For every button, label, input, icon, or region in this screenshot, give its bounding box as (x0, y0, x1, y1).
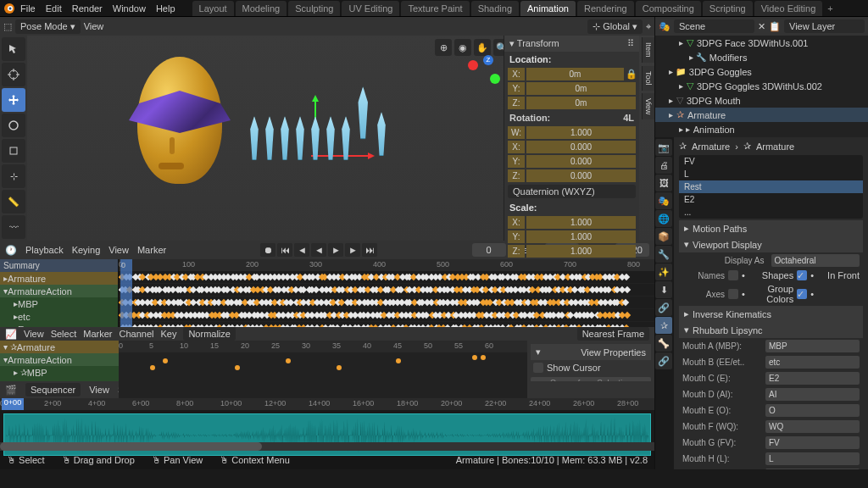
rhubarb-field[interactable]: L (765, 452, 860, 465)
transform-panel-header[interactable]: ▾ Transform⠿ (504, 36, 639, 52)
rhubarb-field[interactable]: E2 (765, 372, 860, 385)
outliner-row[interactable]: ▸ ✰ Armature (655, 108, 868, 122)
scale-tool[interactable] (2, 139, 25, 163)
transform-tool[interactable]: ⊹ (2, 164, 25, 188)
add-workspace-icon[interactable]: + (827, 3, 832, 14)
menu-window[interactable]: Window (108, 3, 151, 14)
shapes-checkbox[interactable]: ✓ (797, 270, 807, 280)
menu-help[interactable]: Help (151, 3, 181, 14)
scale-y-field[interactable]: 1.000 (526, 230, 636, 243)
tab-sculpting[interactable]: Sculpting (288, 1, 340, 16)
show-cursor-checkbox[interactable] (533, 363, 543, 373)
cursor-tool[interactable] (2, 63, 25, 86)
sequencer-area[interactable]: 0+002+004+006+008+0010+0012+0014+0016+00… (0, 398, 654, 451)
nav-gizmo[interactable]: Z (459, 40, 510, 91)
breakdown-tool[interactable]: 〰 (2, 215, 25, 239)
menu-file[interactable]: File (15, 3, 41, 14)
y-axis-icon[interactable] (490, 74, 500, 84)
ge-object-row[interactable]: ▾ ✰ Armature (0, 341, 119, 353)
list-item[interactable]: ... (679, 206, 863, 219)
rotation-mode-dropdown[interactable]: Quaternion (WXYZ) (508, 185, 636, 198)
x-axis-icon[interactable] (468, 60, 478, 70)
names-checkbox[interactable] (728, 270, 738, 280)
motion-paths-section[interactable]: ▸ Motion Paths (679, 220, 863, 236)
loc-x-field[interactable]: 0m (526, 68, 624, 80)
physics-tab-icon[interactable]: ⬇ (655, 281, 672, 298)
autokey-icon[interactable]: ⏺ (260, 243, 275, 257)
armature-tab-icon[interactable]: ✰ (655, 317, 672, 334)
timeline-editor-icon[interactable]: 🕐 (5, 245, 17, 256)
ik-section[interactable]: ▸ Inverse Kinematics (679, 306, 863, 322)
rhubarb-field[interactable]: O (765, 404, 860, 417)
keying-menu[interactable]: Keying (72, 245, 101, 255)
select-tool[interactable] (2, 37, 25, 61)
outliner-row[interactable]: ▸ 🔧 Modifiers (655, 50, 868, 64)
measure-tool[interactable]: 📏 (2, 190, 25, 214)
scene-icon[interactable]: 🎭 (659, 21, 670, 32)
loc-y-field[interactable]: 0m (526, 82, 636, 95)
seq-view-menu[interactable]: View (89, 385, 109, 395)
playback-menu[interactable]: Playback (25, 245, 64, 255)
rhubarb-field[interactable]: etc (765, 356, 860, 369)
rot-y-field[interactable]: 0.000 (526, 155, 636, 168)
outliner-row[interactable]: ▸ ▽ 3DPG Mouth (655, 93, 868, 108)
list-item[interactable]: E2 (679, 193, 863, 206)
tab-animation[interactable]: Animation (520, 1, 576, 16)
viewlayer-icon[interactable]: 📋 (769, 21, 781, 32)
tab-shading[interactable]: Shading (471, 1, 519, 16)
outliner-row[interactable]: ▸ ▸ Animation (655, 122, 868, 136)
snap-icon[interactable]: ⌖ (646, 21, 651, 32)
play-reverse-icon[interactable]: ◄ (311, 243, 326, 257)
rot-x-field[interactable]: 0.000 (526, 141, 636, 153)
rhubarb-section[interactable]: ▾ Rhubarb Lipsync (679, 322, 863, 338)
list-item[interactable]: FV (679, 155, 863, 168)
dopesheet-keyarea[interactable]: 0100200300400500600700800 0 (119, 259, 654, 327)
menu-edit[interactable]: Edit (41, 3, 67, 14)
pose-library-list[interactable]: FV L Rest E2 ... (679, 155, 863, 219)
boneconstraint-tab-icon[interactable]: 🔗 (655, 352, 672, 369)
tab-uv[interactable]: UV Editing (342, 1, 399, 16)
rhubarb-field[interactable]: WQ (765, 420, 860, 433)
close-icon[interactable]: ✕ (758, 21, 765, 32)
ge-key-menu[interactable]: Key (160, 329, 176, 339)
playhead[interactable]: 0 (120, 259, 132, 327)
sequencer-mode-dropdown[interactable]: Sequencer (25, 383, 81, 396)
ge-action-row[interactable]: ▾ ArmatureAction (0, 353, 119, 366)
particle-tab-icon[interactable]: ✨ (655, 263, 672, 280)
list-item[interactable]: Rest (679, 180, 863, 193)
tab-scripting[interactable]: Scripting (703, 1, 753, 16)
scale-x-field[interactable]: 1.000 (526, 216, 636, 229)
scene-tab-icon[interactable]: 🎭 (655, 192, 672, 209)
n-tab-tool[interactable]: Tool (642, 66, 654, 91)
rhubarb-field[interactable]: MBP (765, 340, 860, 352)
list-item[interactable]: L (679, 168, 863, 180)
z-axis-icon[interactable]: Z (483, 55, 493, 65)
scene-dropdown[interactable]: Scene (674, 19, 754, 33)
outliner-row[interactable]: ▸ ▽ 3DPG Goggles 3DWithUs.002 (655, 79, 868, 93)
ge-channel-menu[interactable]: Channel (119, 329, 153, 339)
viewlayer-tab-icon[interactable]: 🖼 (655, 175, 672, 191)
sequencer-editor-icon[interactable]: 🎬 (5, 385, 17, 396)
orientation-dropdown[interactable]: ⊹Global▾ (587, 19, 643, 34)
keyframe-prev-icon[interactable]: ◄ (294, 243, 309, 257)
tab-layout[interactable]: Layout (192, 1, 234, 16)
tl-marker-menu[interactable]: Marker (137, 245, 166, 255)
constraint-tab-icon[interactable]: 🔗 (655, 299, 672, 316)
group-colors-checkbox[interactable]: ✓ (797, 289, 807, 299)
menu-render[interactable]: Render (67, 3, 108, 14)
outliner[interactable]: ▸ ▽ 3DPG Face 3DWithUs.001▸ 🔧 Modifiers▸… (655, 36, 868, 137)
viewport-3d[interactable]: ⊹ 📏 〰 ⊕ ◉ ✋ 🔍 Z (0, 36, 654, 241)
ds-channel-row[interactable]: ▸ MBP (0, 297, 118, 310)
seq-scrollbar[interactable] (0, 442, 654, 451)
outliner-row[interactable]: ▸ ▽ 3DPG Face 3DWithUs.001 (655, 36, 868, 50)
tl-view-menu[interactable]: View (108, 245, 129, 255)
modifier-tab-icon[interactable]: 🔧 (655, 246, 672, 263)
move-tool[interactable] (2, 88, 25, 112)
ge-channel-row[interactable]: ▸ ✰ MBP (0, 366, 119, 379)
world-tab-icon[interactable]: 🌐 (655, 210, 672, 227)
tab-compositing[interactable]: Compositing (636, 1, 701, 16)
object-tab-icon[interactable]: 📦 (655, 228, 672, 245)
gizmo-toggle-icon[interactable]: ⊕ (435, 39, 452, 56)
view-menu[interactable]: View (84, 21, 104, 31)
ge-view-menu[interactable]: View (24, 329, 44, 339)
